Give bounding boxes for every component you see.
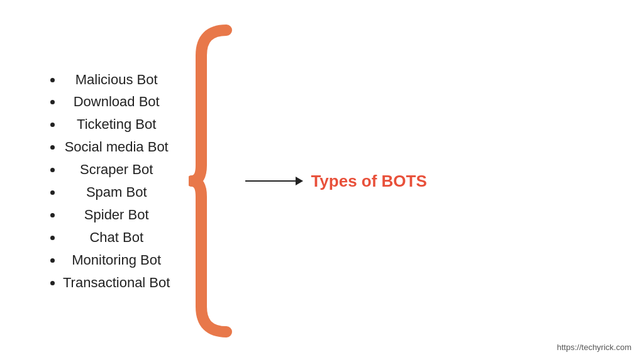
- list-item: Download Bot: [63, 92, 170, 112]
- main-container: Malicious Bot Download Bot Ticketing Bot…: [0, 0, 644, 362]
- list-item: Spam Bot: [63, 182, 170, 202]
- types-of-bots-label: Types of BOTS: [311, 172, 426, 191]
- bracket-section: [189, 24, 239, 338]
- list-item: Ticketing Bot: [63, 114, 170, 134]
- list-item: Spider Bot: [63, 205, 170, 225]
- arrow-shaft: [245, 180, 296, 182]
- list-item: Scraper Bot: [63, 160, 170, 180]
- arrow-head: [296, 177, 303, 185]
- arrow-label-section: Types of BOTS: [245, 172, 426, 191]
- list-item: Transactional Bot: [63, 273, 170, 293]
- bot-types-list: Malicious Bot Download Bot Ticketing Bot…: [38, 67, 170, 295]
- arrow-line: [245, 177, 303, 185]
- bracket-icon: [189, 24, 239, 338]
- list-item: Chat Bot: [63, 228, 170, 248]
- list-item: Monitoring Bot: [63, 250, 170, 270]
- footer-url: https://techyrick.com: [557, 343, 631, 352]
- list-item: Social media Bot: [63, 137, 170, 157]
- list-item: Malicious Bot: [63, 70, 170, 90]
- list-section: Malicious Bot Download Bot Ticketing Bot…: [38, 67, 170, 295]
